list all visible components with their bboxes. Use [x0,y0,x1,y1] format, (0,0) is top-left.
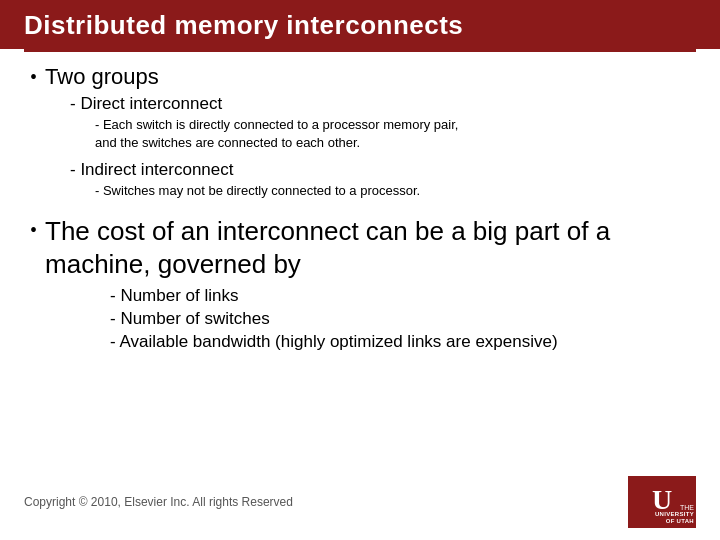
slide-title: Distributed memory interconnects [24,10,463,40]
sub-sub-item-switches: - Switches may not be directly connected… [95,182,690,200]
slide: Distributed memory interconnects • Two g… [0,0,720,540]
sub-item-indirect: - Indirect interconnect [70,160,690,180]
sub-sub-item-each-switch: - Each switch is directly connected to a… [95,116,690,152]
sub-item-links: - Number of links [110,286,690,306]
bullet-1: • Two groups [30,64,690,90]
bullet-2-label: The cost of an interconnect can be a big… [45,215,690,283]
sub-item-bandwidth: - Available bandwidth (highly optimized … [110,332,690,352]
logo-of-utah: OF UTAH [655,518,694,524]
bullet-dot-1: • [30,66,37,89]
title-divider [24,49,696,52]
logo-red-block: U THE UNIVERSITY OF UTAH [628,476,696,528]
title-bar: Distributed memory interconnects [0,0,720,49]
bullet-dot-2: • [30,219,37,242]
university-logo: U THE UNIVERSITY OF UTAH [628,476,696,528]
logo-the: THE [655,504,694,511]
bullet-2: • The cost of an interconnect can be a b… [30,215,690,283]
footer: Copyright © 2010, Elsevier Inc. All righ… [24,476,696,528]
sub-item-direct: - Direct interconnect [70,94,690,114]
logo-university: UNIVERSITY [655,511,694,518]
bullet-1-label: Two groups [45,64,159,90]
copyright-text: Copyright © 2010, Elsevier Inc. All righ… [24,495,293,509]
logo-text: THE UNIVERSITY OF UTAH [655,504,694,524]
slide-content: • Two groups - Direct interconnect - Eac… [0,64,720,364]
sub-item-switches: - Number of switches [110,309,690,329]
bullet-2-subs: - Number of links - Number of switches -… [70,286,690,352]
